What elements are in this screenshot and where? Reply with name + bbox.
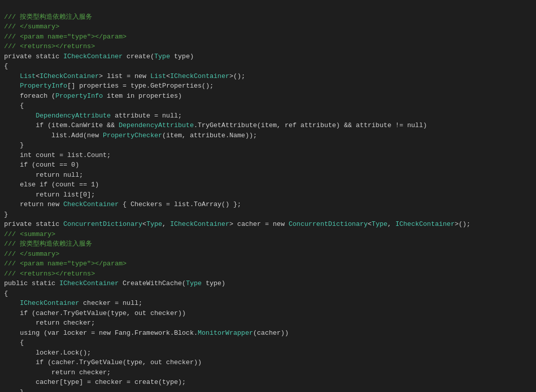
code-line: { (0, 338, 536, 348)
code-line: { (0, 289, 536, 299)
comment-text: /// <param name="type"></param> (4, 260, 127, 267)
type-identifier: Type (146, 220, 162, 228)
code-line: cacher[type] = checker = create(type); (0, 377, 536, 387)
type-identifier: ICheckContainer (40, 72, 99, 80)
plain-text: checker = null; (79, 299, 142, 307)
type-identifier: DependencyAttribute (119, 122, 194, 129)
type-identifier: PropertyInfo (55, 92, 103, 100)
plain-text: private static (4, 220, 63, 228)
plain-text: } (4, 388, 24, 393)
plain-text: cacher[type] = checker = create(type); (4, 378, 186, 386)
code-line: return checker; (0, 368, 536, 378)
code-line: /// <returns></returns> (0, 269, 536, 279)
type-identifier: Type (186, 280, 202, 287)
plain-text: , (388, 220, 396, 228)
plain-text: foreach ( (4, 92, 55, 100)
plain-text: } (4, 141, 24, 149)
plain-text: { (4, 62, 8, 70)
comment-text: /// <returns></returns> (4, 43, 95, 50)
code-line: } (0, 140, 536, 150)
comment-text: /// </summary> (4, 23, 59, 30)
type-identifier: DependencyAttribute (35, 112, 110, 120)
comment-text: /// </summary> (4, 250, 59, 258)
plain-text: > cacher = new (229, 220, 289, 228)
code-line: { (0, 61, 536, 71)
plain-text: list.Add(new (4, 132, 103, 139)
code-line: List<ICheckContainer> list = new List<IC… (0, 71, 536, 82)
type-identifier: ICheckContainer (170, 72, 229, 80)
plain-text: < (142, 220, 146, 228)
plain-text: type) (202, 280, 225, 287)
plain-text: { (4, 339, 24, 346)
type-identifier: MonitorWrapper (198, 329, 253, 337)
plain-text: return checker; (4, 319, 95, 327)
plain-text: item in properties) (103, 92, 182, 100)
code-line: { (0, 101, 536, 111)
code-line: if (cacher.TryGetValue(type, out checker… (0, 308, 536, 319)
plain-text: int count = list.Count; (4, 151, 111, 159)
plain-text: (cacher)) (253, 329, 288, 337)
plain-text: { (4, 290, 8, 297)
plain-text: >(); (454, 220, 470, 228)
code-line: if (cacher.TryGetValue(type, out checker… (0, 358, 536, 368)
type-identifier: Type (372, 220, 388, 228)
code-line: if (count == 0) (0, 160, 536, 170)
type-identifier: ICheckContainer (395, 220, 454, 228)
plain-text: return list[0]; (4, 191, 95, 199)
code-line: /// <summary> (0, 229, 536, 240)
type-identifier: ConcurrentDictionary (63, 220, 142, 228)
code-line: } (0, 210, 536, 220)
code-line: list.Add(new PropertyChecker(item, attri… (0, 131, 536, 141)
plain-text: if (cacher.TryGetValue(type, out checker… (4, 359, 202, 366)
code-line: return null; (0, 170, 536, 180)
plain-text: >(); (229, 72, 245, 80)
code-line: return new CheckContainer { Checkers = l… (0, 200, 536, 210)
code-line: using (var locker = new Fang.Framework.B… (0, 328, 536, 338)
plain-text: { Checkers = list.ToArray() }; (119, 201, 241, 208)
plain-text: private static (4, 53, 63, 60)
comment-text: /// <param name="type"></param> (4, 33, 127, 41)
code-line: /// <param name="type"></param> (0, 259, 536, 269)
plain-text (4, 299, 20, 307)
plain-text: if (cacher.TryGetValue(type, out checker… (4, 309, 186, 317)
code-line: private static ICheckContainer create(Ty… (0, 52, 536, 62)
code-line: /// </summary> (0, 249, 536, 259)
plain-text: } (4, 211, 8, 218)
code-line: /// <returns></returns> (0, 42, 536, 52)
plain-text: < (368, 220, 372, 228)
type-identifier: PropertyChecker (103, 132, 162, 139)
code-editor: /// 按类型构造依赖注入服务/// </summary>/// <param … (0, 0, 536, 392)
code-line: /// <param name="type"></param> (0, 32, 536, 42)
code-line: if (item.CanWrite && DependencyAttribute… (0, 121, 536, 131)
code-line: public static ICheckContainer CreateWith… (0, 279, 536, 289)
type-identifier: List (20, 72, 35, 80)
plain-text: , (162, 220, 170, 228)
plain-text: using (var locker = new Fang.Framework.B… (4, 329, 198, 337)
code-line: DependencyAttribute attribute = null; (0, 111, 536, 121)
type-identifier: List (150, 72, 166, 80)
comment-text: /// <returns></returns> (4, 270, 95, 278)
plain-text (4, 72, 20, 80)
plain-text: public static (4, 280, 59, 287)
type-identifier: CheckContainer (63, 201, 119, 208)
type-identifier: Type (154, 53, 170, 60)
plain-text: type) (170, 53, 194, 60)
type-identifier: PropertyInfo (20, 82, 67, 90)
code-line: return checker; (0, 318, 536, 328)
plain-text: if (item.CanWrite && (4, 122, 119, 129)
type-identifier: ICheckContainer (63, 53, 123, 60)
code-line: locker.Lock(); (0, 348, 536, 358)
type-identifier: ConcurrentDictionary (289, 220, 368, 228)
plain-text: (item, attribute.Name)); (162, 132, 257, 139)
code-line: foreach (PropertyInfo item in properties… (0, 91, 536, 101)
code-line: int count = list.Count; (0, 150, 536, 161)
plain-text: attribute = null; (111, 112, 182, 120)
code-line: /// </summary> (0, 22, 536, 32)
plain-text: if (count == 0) (4, 161, 79, 169)
comment-text: /// 按类型构造依赖注入服务 (4, 13, 92, 21)
code-line: PropertyInfo[] properties = type.GetProp… (0, 81, 536, 91)
code-line: else if (count == 1) (0, 180, 536, 190)
plain-text: CreateWithCache( (119, 280, 186, 287)
code-line: /// 按类型构造依赖注入服务 (0, 12, 536, 22)
plain-text: return checker; (4, 369, 111, 376)
